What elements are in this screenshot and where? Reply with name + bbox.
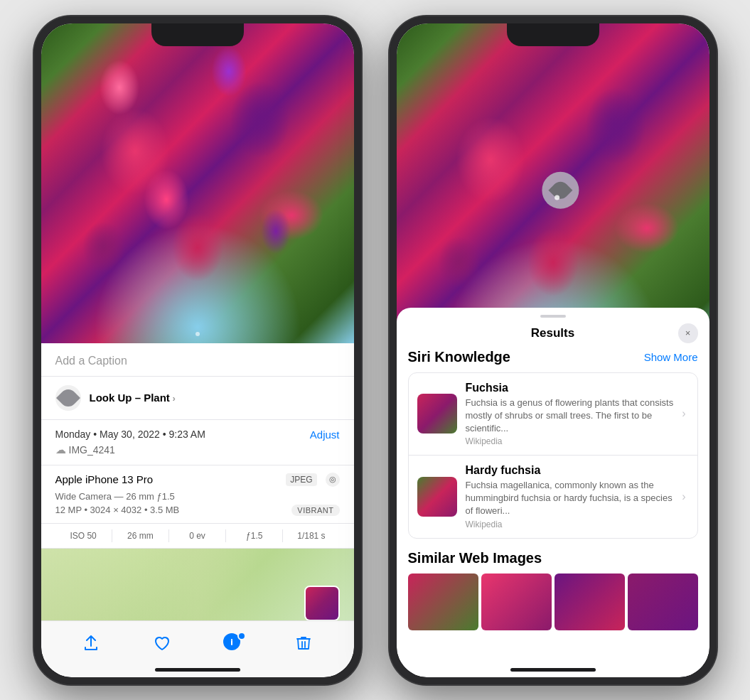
page-indicator [195,332,200,336]
phone-1: Add a Caption Look Up – Plant › Monday •… [34,16,361,684]
notch-2 [507,23,599,46]
ev-value: 0 ev [169,529,226,542]
home-bar [155,668,240,672]
similar-images-grid[interactable] [408,574,698,630]
leaf-icon [56,386,80,410]
leaf-icon-overlay [548,178,572,202]
resolution: 12 MP • 3024 × 4032 • 3.5 MB [55,505,180,515]
device-section: Apple iPhone 13 Pro JPEG ◎ Wide Camera —… [41,465,354,524]
knowledge-item-hardy-fuchsia[interactable]: Hardy fuchsia Fuchsia magellanica, commo… [409,456,697,538]
focal-value: 26 mm [112,529,169,542]
map-thumbnail [304,586,340,621]
fuchsia-text: Fuchsia Fuchsia is a genus of flowering … [466,382,674,447]
delete-button[interactable] [293,632,314,654]
phone-2-screen: Results × Siri Knowledge Show More [397,23,709,677]
format-badge: JPEG [286,473,316,486]
sheet-title: Results [531,326,574,340]
similar-title: Similar Web Images [408,550,698,566]
siri-knowledge-title: Siri Knowledge [408,349,510,365]
sheet-header: Results × [397,318,709,349]
filename: IMG_4241 [69,444,115,456]
tech-specs: ISO 50 26 mm 0 ev ƒ1.5 1/181 s [41,524,354,549]
favorite-button[interactable] [151,632,173,654]
similar-image-3[interactable] [555,574,625,630]
show-more-button[interactable]: Show More [644,351,698,363]
lookup-text[interactable]: Look Up – Plant › [90,392,176,404]
iso-value: ISO 50 [55,529,112,542]
sheet-content: Siri Knowledge Show More Fuchsia Fuchsia… [397,349,709,630]
siri-icon [55,385,81,411]
meta-section: Monday • May 30, 2022 • 9:23 AM Adjust ☁… [41,420,354,465]
share-button[interactable] [80,632,102,654]
hardy-fuchsia-text: Hardy fuchsia Fuchsia magellanica, commo… [466,464,674,529]
knowledge-item-fuchsia[interactable]: Fuchsia Fuchsia is a genus of flowering … [409,373,697,456]
lookup-label: Look Up – [90,392,141,404]
visual-lookup-button[interactable] [223,633,243,653]
similar-section: Similar Web Images [408,550,698,630]
chevron-right-icon-2: › [682,490,685,503]
map-section[interactable] [41,549,354,627]
close-icon: × [685,328,691,338]
lookup-dot [555,195,559,200]
close-button[interactable]: × [678,323,698,343]
knowledge-card: Fuchsia Fuchsia is a genus of flowering … [408,372,698,539]
fuchsia-title: Fuchsia [466,382,674,394]
shutter-value: 1/181 s [283,529,339,542]
caption-placeholder[interactable]: Add a Caption [55,355,127,367]
hardy-fuchsia-title: Hardy fuchsia [466,464,674,477]
page-indicator-2 [551,352,555,356]
similar-image-1[interactable] [408,574,478,630]
photo-date: Monday • May 30, 2022 • 9:23 AM [55,429,205,440]
caption-area[interactable]: Add a Caption [41,343,354,377]
fuchsia-description: Fuchsia is a genus of flowering plants t… [466,397,674,436]
home-bar-2 [510,668,596,672]
hardy-fuchsia-thumbnail [417,477,457,517]
flower-image[interactable] [41,23,354,343]
fuchsia-source: Wikipedia [466,436,674,446]
aperture-value: ƒ1.5 [226,529,283,542]
info-badge [237,632,246,640]
similar-image-2[interactable] [481,574,552,630]
visual-lookup-overlay[interactable] [542,171,579,208]
phone-1-screen: Add a Caption Look Up – Plant › Monday •… [41,23,354,677]
lookup-arrow: › [170,393,176,404]
fuchsia-thumbnail [417,394,457,434]
filter-badge: VIBRANT [291,505,339,516]
chevron-right-icon: › [682,407,685,420]
lookup-subject: Plant [141,392,170,404]
device-name: Apple iPhone 13 Pro [55,473,154,485]
camera-type: Wide Camera — 26 mm ƒ1.5 [55,491,175,502]
filename-row: ☁ IMG_4241 [55,443,340,456]
lookup-section[interactable]: Look Up – Plant › [41,377,354,420]
adjust-button[interactable]: Adjust [310,429,340,441]
photo-info: Add a Caption Look Up – Plant › Monday •… [41,343,354,627]
hardy-fuchsia-description: Fuchsia magellanica, commonly known as t… [466,479,674,518]
results-sheet: Results × Siri Knowledge Show More [397,308,709,677]
similar-image-4[interactable] [628,574,698,630]
notch [151,23,244,46]
phone-2: Results × Siri Knowledge Show More [390,16,717,684]
hardy-fuchsia-source: Wikipedia [466,519,674,529]
location-icon: ◎ [326,473,340,487]
